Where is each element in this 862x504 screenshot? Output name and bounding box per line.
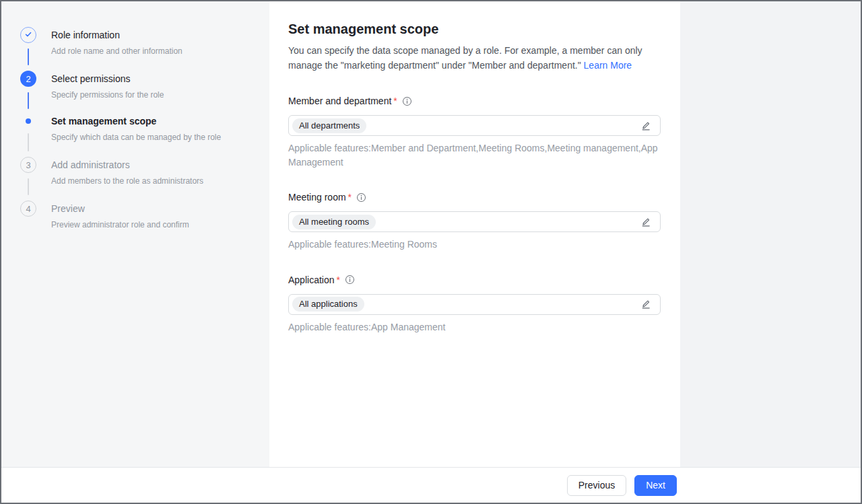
info-icon[interactable] xyxy=(402,96,412,106)
field-meeting-room: Meeting room * All meeting rooms Applica… xyxy=(288,190,661,252)
edit-pencil-icon[interactable] xyxy=(639,215,653,229)
substep-description: Specify which data can be managed by the… xyxy=(51,132,221,143)
step-number-circle: 4 xyxy=(20,201,36,217)
scope-tag: All meeting rooms xyxy=(292,215,376,229)
step-add-administrators[interactable]: 3 Add administrators Add members to the … xyxy=(20,157,253,201)
field-label: Member and department xyxy=(288,94,391,108)
scope-tag: All applications xyxy=(292,297,364,312)
page-title: Set management scope xyxy=(288,21,661,37)
next-button[interactable]: Next xyxy=(634,475,677,496)
step-preview[interactable]: 4 Preview Preview administrator role and… xyxy=(20,201,253,244)
wizard-body: Role information Add role name and other… xyxy=(1,1,861,467)
scope-input-departments[interactable]: All departments xyxy=(288,115,661,136)
current-substep-dot xyxy=(26,118,31,124)
stepper-connector xyxy=(28,133,29,151)
field-member-and-department: Member and department * All departments … xyxy=(288,94,661,169)
required-asterisk: * xyxy=(348,190,352,204)
field-application: Application * All applications Applicabl… xyxy=(288,273,661,334)
edit-pencil-icon[interactable] xyxy=(639,119,653,133)
wizard-footer: Previous Next xyxy=(1,467,861,503)
learn-more-link[interactable]: Learn More xyxy=(584,60,632,71)
step-title: Role information xyxy=(51,27,183,42)
stepper-connector xyxy=(28,48,29,65)
step-role-information[interactable]: Role information Add role name and other… xyxy=(20,27,253,71)
step-title: Preview xyxy=(51,201,189,215)
step-number-circle: 2 xyxy=(20,71,36,87)
field-label: Application xyxy=(288,273,335,287)
substep-title: Set management scope xyxy=(51,114,221,128)
right-background-pane xyxy=(680,1,861,467)
info-icon[interactable] xyxy=(345,275,355,285)
step-title: Select permissions xyxy=(51,71,164,85)
previous-button[interactable]: Previous xyxy=(567,475,626,496)
edit-pencil-icon[interactable] xyxy=(639,297,653,311)
stepper-connector xyxy=(28,92,29,109)
scope-input-applications[interactable]: All applications xyxy=(288,294,661,315)
scope-input-meeting-rooms[interactable]: All meeting rooms xyxy=(288,211,661,232)
scope-tag: All departments xyxy=(292,118,366,133)
step-number-circle: 3 xyxy=(20,157,36,173)
required-asterisk: * xyxy=(393,94,397,108)
stepper-sidebar: Role information Add role name and other… xyxy=(1,1,269,467)
step-description: Add role name and other information xyxy=(51,46,183,57)
applicable-features-text: Applicable features:App Management xyxy=(288,320,661,334)
field-label: Meeting room xyxy=(288,190,346,204)
step-title: Add administrators xyxy=(51,157,203,172)
main-panel: Set management scope You can specify the… xyxy=(269,1,680,467)
page-description: You can specify the data scope managed b… xyxy=(288,44,655,73)
step-description: Add members to the role as administrator… xyxy=(51,176,203,187)
substep-set-management-scope[interactable]: Set management scope Specify which data … xyxy=(20,114,253,157)
required-asterisk: * xyxy=(337,273,340,287)
step-description: Preview administrator role and confirm xyxy=(51,219,189,231)
step-description: Specify permissions for the role xyxy=(51,89,164,101)
applicable-features-text: Applicable features:Meeting Rooms xyxy=(288,238,661,252)
applicable-features-text: Applicable features:Member and Departmen… xyxy=(288,141,661,169)
check-icon xyxy=(24,30,32,40)
step-select-permissions[interactable]: 2 Select permissions Specify permissions… xyxy=(20,71,253,114)
stepper-connector xyxy=(28,178,29,195)
info-icon[interactable] xyxy=(356,192,366,203)
step-done-circle xyxy=(20,27,36,43)
